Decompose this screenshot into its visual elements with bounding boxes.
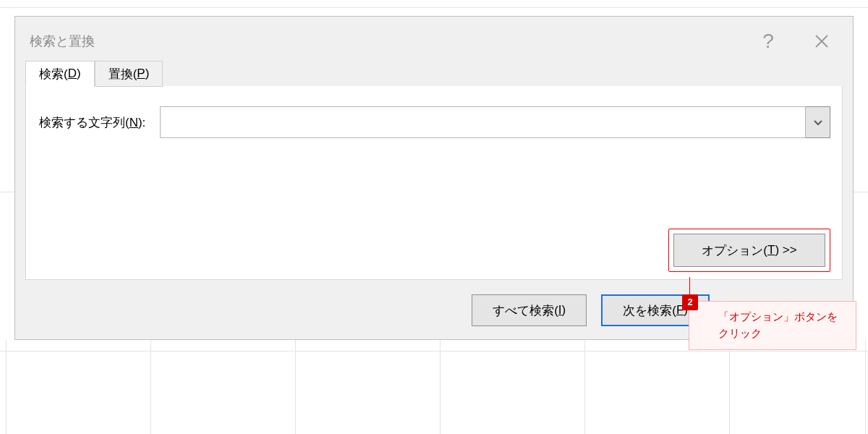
dialog-tabs: 検索(D) 置換(P) <box>25 60 163 86</box>
options-button[interactable]: オプション(T) >> <box>673 234 825 267</box>
find-replace-dialog: 検索と置換 ? 検索する文字列(N): オプション(T) >> 検索( <box>14 16 854 340</box>
find-all-button[interactable]: すべて検索(I) <box>472 294 587 326</box>
dialog-title: 検索と置換 <box>30 33 95 50</box>
close-icon[interactable] <box>805 25 838 58</box>
dialog-content: 検索する文字列(N): オプション(T) >> <box>25 86 843 280</box>
dialog-titlebar: 検索と置換 ? <box>15 17 853 66</box>
search-field-label: 検索する文字列(N): <box>39 114 145 131</box>
help-icon[interactable]: ? <box>752 25 785 58</box>
search-field-row: 検索する文字列(N): <box>39 106 830 138</box>
annotation-text: 「オプション」ボタンをクリック <box>718 311 838 339</box>
tab-find[interactable]: 検索(D) <box>25 61 95 87</box>
search-dropdown-button[interactable] <box>806 106 830 138</box>
search-input[interactable] <box>160 106 806 138</box>
options-callout-frame: オプション(T) >> <box>668 229 830 272</box>
annotation-badge: 2 <box>682 294 698 310</box>
annotation-callout: 2 「オプション」ボタンをクリック <box>689 301 856 350</box>
tab-replace[interactable]: 置換(P) <box>95 61 163 87</box>
